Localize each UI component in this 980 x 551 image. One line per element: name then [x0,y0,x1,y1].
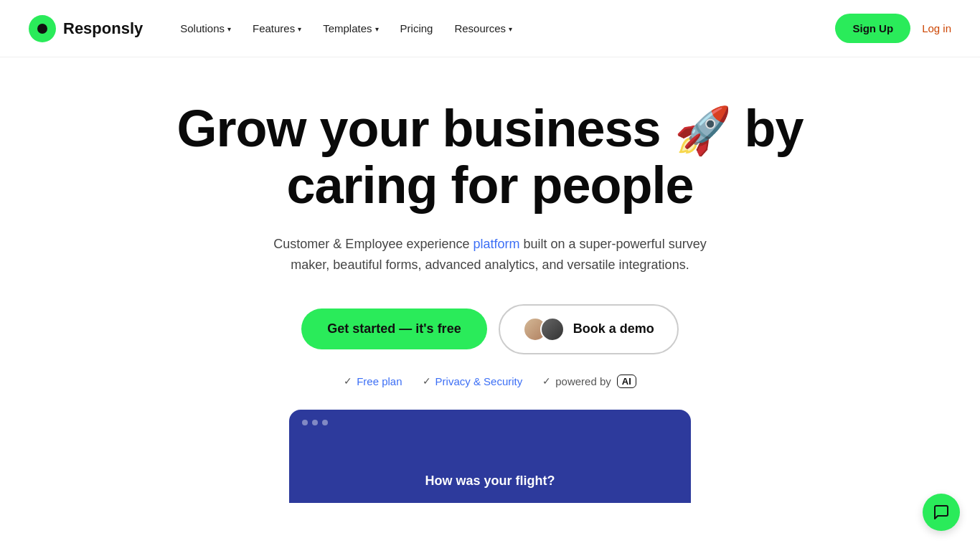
rocket-emoji: 🚀 [674,105,731,156]
badge-privacy: ✓ Privacy & Security [423,375,523,387]
demo-avatars [523,317,565,342]
ai-badge: AI [617,375,636,388]
navbar: Responsly Solutions ▾ Features ▾ Templat… [0,0,980,57]
nav-item-templates[interactable]: Templates ▾ [314,17,387,40]
dot-2 [312,420,318,425]
dot-1 [302,420,308,425]
badge-ai: ✓ powered by AI [542,375,636,388]
nav-item-pricing[interactable]: Pricing [392,17,442,40]
logo[interactable]: Responsly [29,15,143,42]
avatar-2 [540,317,565,342]
chevron-down-icon: ▾ [375,25,379,33]
nav-item-solutions[interactable]: Solutions ▾ [171,17,240,40]
free-plan-link[interactable]: Free plan [357,375,402,387]
logo-text: Responsly [63,19,143,38]
dashboard-question: How was your flight? [425,474,555,489]
badge-free-plan: ✓ Free plan [344,375,402,387]
signup-button[interactable]: Sign Up [835,14,910,43]
chat-button[interactable] [923,494,960,531]
check-icon: ✓ [542,375,551,387]
hero-subtitle: Customer & Employee experience platform … [253,234,727,276]
hero-buttons: Get started — it's free Book a demo [301,304,678,354]
check-icon: ✓ [344,375,352,387]
book-demo-button[interactable]: Book a demo [499,304,679,354]
nav-item-resources[interactable]: Resources ▾ [446,17,521,40]
hero-section: Grow your business 🚀 by caring for peopl… [0,57,980,503]
chevron-down-icon: ▾ [227,25,231,33]
chevron-down-icon: ▾ [298,25,301,33]
dot-3 [322,420,328,425]
dashboard-preview: How was your flight? [289,410,691,503]
nav-links: Solutions ▾ Features ▾ Templates ▾ Prici… [171,17,835,40]
dashboard-dots [302,420,328,425]
privacy-link[interactable]: Privacy & Security [435,375,523,387]
hero-badges: ✓ Free plan ✓ Privacy & Security ✓ power… [344,375,636,388]
chat-bubble-icon [933,504,950,521]
nav-actions: Sign Up Log in [835,14,951,43]
nav-item-features[interactable]: Features ▾ [244,17,310,40]
hero-title: Grow your business 🚀 by caring for peopl… [176,100,803,214]
check-icon: ✓ [423,375,431,387]
get-started-button[interactable]: Get started — it's free [301,309,486,349]
login-button[interactable]: Log in [922,22,951,34]
chevron-down-icon: ▾ [509,25,512,33]
logo-icon [29,15,56,42]
